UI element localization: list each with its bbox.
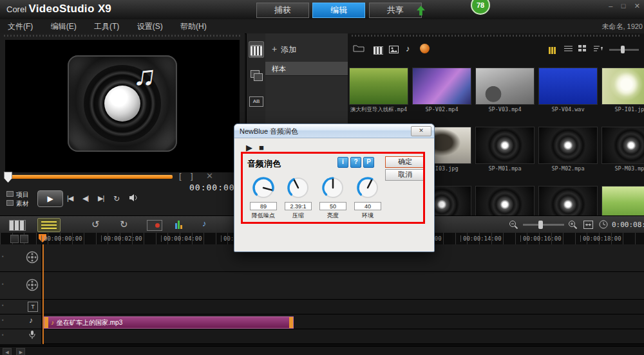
preview-panel: ♫ [ ] ✕ 00:00:00:00 项目 素材 ▶ |◀ ◀| ▶| ↻ <box>0 33 245 215</box>
audio-clip[interactable]: ♪坐在矿车上的国家.mp3 <box>44 316 294 329</box>
close-button[interactable]: ✕ <box>634 2 640 10</box>
home-button[interactable]: |◀ <box>67 194 73 203</box>
gallery-item-sample[interactable]: 样本 <box>265 62 348 76</box>
cloud-media-icon[interactable] <box>420 44 430 53</box>
title-track-icon[interactable]: T <box>28 302 38 312</box>
seek-handle[interactable] <box>4 172 12 183</box>
maximize-button[interactable]: □ <box>621 2 626 10</box>
import-folder-icon[interactable] <box>353 44 365 55</box>
menu-edit[interactable]: 编辑(E) <box>51 19 77 33</box>
volume-icon[interactable] <box>129 194 140 204</box>
seek-bar[interactable] <box>5 175 173 179</box>
auto-music-icon[interactable]: ♪ <box>202 219 207 228</box>
timeline-time-display[interactable]: 0:00:08:00 <box>612 221 644 229</box>
filter-audio-icon[interactable]: ♪ <box>406 44 410 53</box>
delete-clip-icon[interactable]: ✕ <box>206 171 213 181</box>
library-item[interactable] <box>601 186 644 215</box>
overlay-track-icon[interactable] <box>26 278 39 293</box>
dialog-play-button[interactable]: ▶ <box>246 143 252 152</box>
clip-mode-icon <box>6 200 14 206</box>
horizontal-scrollbar[interactable]: ◀ ▶ <box>0 346 644 355</box>
scroll-right-button[interactable]: ▶ <box>16 348 25 355</box>
overlay-track-lane[interactable] <box>41 272 644 300</box>
view-grid-icon[interactable] <box>578 45 587 54</box>
track-option-icon[interactable]: ▪ <box>2 302 4 308</box>
zoom-out-icon[interactable] <box>509 220 518 232</box>
tab-share[interactable]: 共享 <box>369 3 422 18</box>
sort-icon[interactable] <box>594 45 603 54</box>
track-option-icon[interactable]: ▪ <box>2 253 4 259</box>
voice-track-icon[interactable] <box>28 330 36 341</box>
dialog-stop-button[interactable]: ■ <box>259 143 264 152</box>
view-thumbnail-icon[interactable] <box>549 45 556 54</box>
dialog-title-bar[interactable]: NewBlue 音频润色 ✕ <box>234 124 434 138</box>
clock-duration-icon[interactable] <box>599 220 608 231</box>
filter-photo-icon[interactable] <box>389 46 399 55</box>
library-item[interactable]: 澳大利亚导入线框.mp4 <box>349 68 408 114</box>
zoom-in-icon[interactable] <box>568 220 578 232</box>
title-track-lane[interactable] <box>41 300 644 314</box>
library-item[interactable] <box>538 186 598 215</box>
menu-tools[interactable]: 工具(T) <box>94 19 119 33</box>
mode-project[interactable]: 项目 <box>6 190 29 199</box>
library-item[interactable] <box>475 186 535 215</box>
voice-track-lane[interactable] <box>41 329 644 344</box>
view-list-icon[interactable] <box>564 45 573 54</box>
tab-edit[interactable]: 编辑 <box>312 3 365 18</box>
library-item[interactable]: SP-M03.mpa <box>601 127 644 173</box>
menu-file[interactable]: 文件(F) <box>8 19 33 33</box>
library-item[interactable]: SP-V04.wav <box>538 68 598 114</box>
track-option-icon[interactable]: ▪ <box>2 281 4 287</box>
ruler-label: 00:00:04:00 <box>161 235 202 242</box>
tab-capture[interactable]: 捕获 <box>256 3 309 18</box>
filter-video-icon[interactable] <box>374 46 383 57</box>
thumbnail-image <box>601 186 644 215</box>
annotation-highlight <box>241 152 425 224</box>
track-header-column: ▪ ▪ ▪ ▪ ▪ T ♪ <box>0 244 42 344</box>
repeat-button[interactable]: ↻ <box>113 194 120 203</box>
clip-label: 坐在矿车上的国家.mp3 <box>57 319 122 326</box>
timeline-zoom-slider[interactable] <box>523 224 564 226</box>
mode-clip[interactable]: 素材 <box>6 199 29 208</box>
timeline-view-icon[interactable] <box>37 218 61 232</box>
library-item[interactable]: SP-V02.mp4 <box>412 68 471 114</box>
mark-in-button[interactable]: [ <box>179 171 182 181</box>
sound-mixer-icon[interactable] <box>175 220 183 229</box>
library-item[interactable]: SP-I01.jpg <box>601 68 644 114</box>
add-folder-button[interactable]: +添加 <box>272 44 296 55</box>
timeline-zoom-handle[interactable] <box>538 221 543 229</box>
play-button[interactable]: ▶ <box>37 190 63 207</box>
ruler-label: 00:00:02:00 <box>101 235 142 242</box>
playhead-line <box>43 244 44 344</box>
menu-help[interactable]: 帮助(H) <box>180 19 207 33</box>
thumb-size-handle[interactable] <box>621 46 625 53</box>
window-controls: – □ ✕ <box>602 1 640 10</box>
video-track-icon[interactable] <box>26 251 39 266</box>
ripple-edit-icon[interactable] <box>20 235 28 243</box>
prev-frame-button[interactable]: ◀| <box>82 194 88 203</box>
instant-project-icon[interactable] <box>249 67 264 84</box>
mark-out-button[interactable]: ] <box>191 171 193 181</box>
media-library-icon[interactable] <box>249 41 264 58</box>
library-item[interactable]: SP-M01.mpa <box>475 127 535 173</box>
track-option-icon[interactable]: ▪ <box>2 332 4 338</box>
scroll-left-button[interactable]: ◀ <box>3 348 12 355</box>
undo-icon[interactable]: ↺ <box>91 219 100 230</box>
record-capture-icon[interactable] <box>147 220 162 231</box>
dialog-close-button[interactable]: ✕ <box>411 126 431 136</box>
track-option-icon[interactable]: ▪ <box>2 317 4 323</box>
music-track-icon[interactable]: ♪ <box>29 316 33 325</box>
fit-timeline-icon[interactable] <box>583 221 593 231</box>
notification-badge[interactable]: 78 <box>471 0 490 15</box>
minimize-button[interactable]: – <box>609 2 612 10</box>
menu-settings[interactable]: 设置(S) <box>137 19 163 33</box>
next-frame-button[interactable]: ▶| <box>98 194 104 203</box>
storyboard-view-icon[interactable] <box>9 220 26 231</box>
library-item[interactable]: SP-V03.mp4 <box>475 68 535 114</box>
library-item[interactable]: SP-M02.mpa <box>538 127 598 173</box>
track-manager-icon[interactable] <box>10 235 19 243</box>
transition-icon[interactable]: AB <box>249 93 264 109</box>
panel-grip <box>352 35 640 37</box>
redo-icon[interactable]: ↻ <box>120 219 128 230</box>
speaker-graphic <box>68 55 177 152</box>
